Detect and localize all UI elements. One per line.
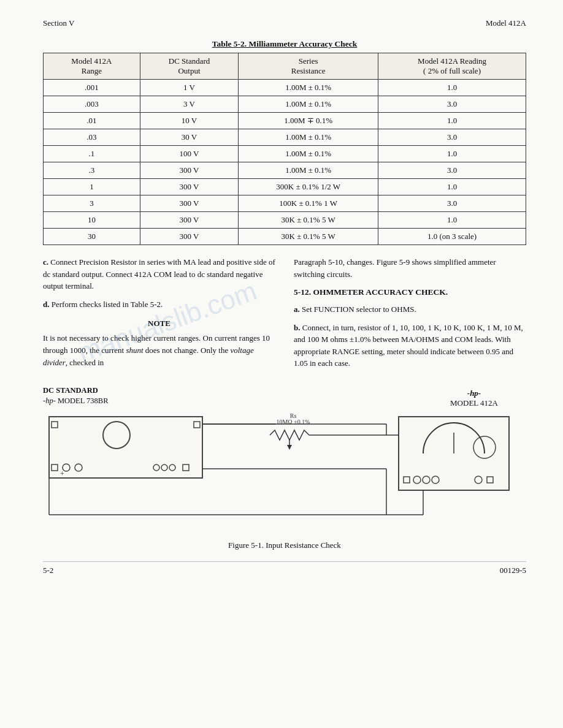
hp-model: MODEL 412A [450, 398, 498, 408]
table-cell: 1.0 [378, 113, 526, 129]
para-a: a. Set FUNCTION selector to OHMS. [294, 303, 526, 316]
table-cell: 10 [44, 212, 140, 229]
table-cell: 1.00M ± 0.1% [239, 129, 378, 146]
table-cell: 1.00M ± 0.1% [239, 96, 378, 113]
table-row: 3300 V100K ± 0.1% 1 W3.0 [44, 195, 526, 212]
table-cell: .01 [44, 113, 140, 129]
model-label: Model 412A [486, 18, 526, 28]
right-column: Paragraph 5-10, changes. Figure 5-9 show… [294, 256, 526, 377]
table-cell: 30K ± 0.1% 5 W [239, 229, 378, 245]
note-title: NOTE [43, 319, 275, 328]
table-cell: 300 V [140, 162, 238, 179]
table-cell: 1.0 [378, 80, 526, 96]
table-cell: 100 V [140, 146, 238, 162]
table-row: 10300 V30K ± 0.1% 5 W1.0 [44, 212, 526, 229]
hp-label: -hp- [467, 389, 481, 398]
table-cell: 1.00M ± 0.1% [239, 162, 378, 179]
table-cell: 300 V [140, 212, 238, 229]
table-row: .0033 V1.00M ± 0.1%3.0 [44, 96, 526, 113]
col-header-range: Model 412ARange [44, 53, 140, 80]
table-cell: .3 [44, 162, 140, 179]
section-512-heading: 5-12. OHMMETER ACCURACY CHECK. [294, 286, 526, 298]
table-cell: .003 [44, 96, 140, 113]
table-cell: 3 [44, 195, 140, 212]
col-header-output: DC StandardOutput [140, 53, 238, 80]
table-title: Table 5-2. Milliammeter Accuracy Check [43, 39, 526, 49]
footer-page-num: 5-2 [43, 566, 53, 575]
table-cell: 1 V [140, 80, 238, 96]
left-column: c. Connect Precision Resistor in series … [43, 256, 275, 377]
table-cell: 10 V [140, 113, 238, 129]
table-cell: 300 V [140, 179, 238, 195]
table-row: 1300 V300K ± 0.1% 1/2 W1.0 [44, 179, 526, 195]
table-row: .0110 V1.00M ∓ 0.1%1.0 [44, 113, 526, 129]
table-cell: 300 V [140, 229, 238, 245]
para-b: b. Connect, in turn, resistor of 1, 10, … [294, 322, 526, 370]
footer-doc-num: 00129-5 [500, 566, 526, 575]
circuit-diagram: + Rs 10MΩ ±0.1% [43, 411, 521, 533]
table-cell: 3.0 [378, 96, 526, 113]
col-header-resistance: SeriesResistance [239, 53, 378, 80]
col-header-reading: Model 412A Reading( 2% of full scale) [378, 53, 526, 80]
dc-standard-label: DC STANDARD [43, 386, 202, 395]
two-col-section: c. Connect Precision Resistor in series … [43, 256, 526, 377]
table-row: .0330 V1.00M ± 0.1%3.0 [44, 129, 526, 146]
figure-caption: Figure 5-1. Input Resistance Check [43, 540, 526, 550]
table-cell: .03 [44, 129, 140, 146]
section-label: Section V [43, 18, 74, 28]
table-row: .1100 V1.00M ± 0.1%1.0 [44, 146, 526, 162]
note-text: It is not necessary to check higher curr… [43, 332, 275, 369]
diagram-area: DC STANDARD -hp- MODEL 738BR -hp- MODEL … [43, 386, 526, 550]
page-header: Section V Model 412A [43, 18, 526, 28]
note-section: NOTE It is not necessary to check higher… [43, 319, 275, 369]
para-d: d. Perform checks listed in Table 5-2. [43, 298, 275, 311]
table-cell: 100K ± 0.1% 1 W [239, 195, 378, 212]
table-row: 30300 V30K ± 0.1% 5 W1.0 (on 3 scale) [44, 229, 526, 245]
table-cell: 3.0 [378, 129, 526, 146]
table-cell: 1.0 [378, 146, 526, 162]
dc-standard-model: -hp- MODEL 738BR [43, 396, 202, 406]
table-cell: 300K ± 0.1% 1/2 W [239, 179, 378, 195]
table-cell: 30K ± 0.1% 5 W [239, 212, 378, 229]
page: manualslib.com Section V Model 412A Tabl… [0, 0, 563, 728]
table-cell: 1.00M ∓ 0.1% [239, 113, 378, 129]
table-cell: 3.0 [378, 195, 526, 212]
svg-marker-16 [287, 445, 292, 450]
table-row: .0011 V1.00M ± 0.1%1.0 [44, 80, 526, 96]
para-c: c. Connect Precision Resistor in series … [43, 256, 275, 292]
page-footer: 5-2 00129-5 [43, 561, 526, 575]
accuracy-table: Model 412ARange DC StandardOutput Series… [43, 53, 526, 245]
table-cell: 1.0 [378, 179, 526, 195]
table-cell: 3 V [140, 96, 238, 113]
table-cell: 30 V [140, 129, 238, 146]
table-cell: 1.00M ± 0.1% [239, 80, 378, 96]
table-cell: 1.0 (on 3 scale) [378, 229, 526, 245]
table-cell: 30 [44, 229, 140, 245]
table-cell: 300 V [140, 195, 238, 212]
para-note-cont: Paragraph 5-10, changes. Figure 5-9 show… [294, 256, 526, 280]
table-cell: 1.00M ± 0.1% [239, 146, 378, 162]
table-row: .3300 V1.00M ± 0.1%3.0 [44, 162, 526, 179]
table-cell: .001 [44, 80, 140, 96]
table-cell: .1 [44, 146, 140, 162]
table-cell: 3.0 [378, 162, 526, 179]
table-cell: 1.0 [378, 212, 526, 229]
table-cell: 1 [44, 179, 140, 195]
svg-text:+: + [60, 469, 64, 478]
